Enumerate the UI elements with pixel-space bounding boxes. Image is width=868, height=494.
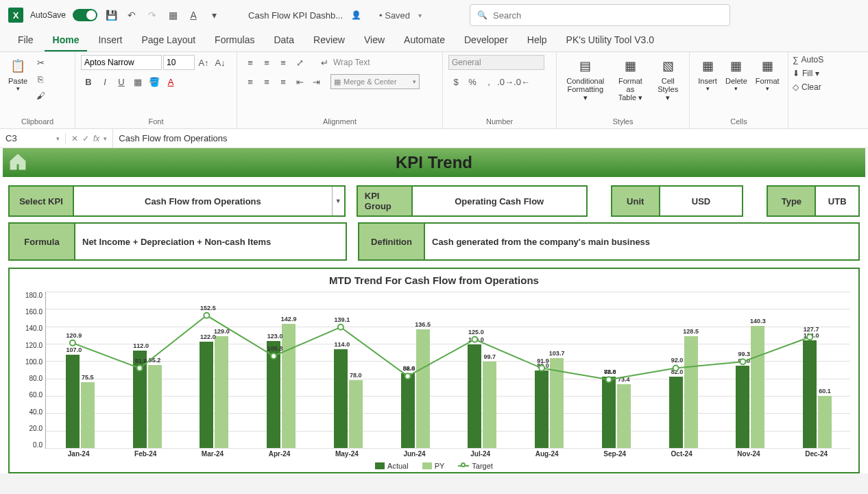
page-title: KPI Trend xyxy=(396,153,472,172)
paste-button[interactable]: 📋 Paste ▾ xyxy=(5,55,30,93)
cut-icon[interactable]: ✂ xyxy=(33,55,48,70)
svg-point-4 xyxy=(338,325,343,330)
search-icon: 🔍 xyxy=(477,10,487,20)
undo-icon[interactable]: ↶ xyxy=(125,8,138,22)
align-top-icon[interactable]: ≡ xyxy=(243,55,258,70)
bold-button[interactable]: B xyxy=(81,74,96,89)
align-left-icon[interactable]: ≡ xyxy=(243,74,258,89)
formula-input[interactable]: Cash Flow from Operations xyxy=(113,133,868,143)
borders-icon[interactable]: ▦ xyxy=(130,74,145,89)
wrap-text-button[interactable]: Wrap Text xyxy=(333,58,370,67)
merge-icon: ▦ xyxy=(334,78,341,86)
number-format-select[interactable] xyxy=(448,55,544,70)
tab-insert[interactable]: Insert xyxy=(90,30,130,51)
legend-py: PY xyxy=(422,462,445,470)
decrease-indent-icon[interactable]: ⇤ xyxy=(292,74,307,89)
clear-button[interactable]: ◇Clear xyxy=(793,82,823,92)
group-font-label: Font xyxy=(81,116,231,127)
saved-caret-icon[interactable]: ▾ xyxy=(418,12,422,19)
align-right-icon[interactable]: ≡ xyxy=(276,74,291,89)
save-icon[interactable]: 💾 xyxy=(104,8,118,22)
svg-point-5 xyxy=(405,373,411,379)
merge-center-button[interactable]: ▦ Merge & Center ▾ xyxy=(330,74,420,89)
formula-bar: C3▾ ✕ ✓ fx ▾ Cash Flow from Operations xyxy=(0,129,868,148)
paste-icon: 📋 xyxy=(8,56,27,75)
group-number-label: Number xyxy=(448,116,551,127)
autosum-button[interactable]: ∑AutoS xyxy=(793,55,823,64)
share-icon[interactable]: 👤 xyxy=(350,9,362,21)
home-icon[interactable] xyxy=(7,151,29,173)
tab-automate[interactable]: Automate xyxy=(396,30,453,51)
type-value: UTB xyxy=(816,187,858,215)
select-kpi-value: Cash Flow from Operations xyxy=(74,187,332,215)
format-cells-button[interactable]: ▦Format▾ xyxy=(753,55,782,93)
name-box[interactable]: C3▾ xyxy=(0,133,66,143)
legend-target: Target xyxy=(458,462,493,470)
format-icon: ▦ xyxy=(758,56,777,75)
underline-button[interactable]: U xyxy=(114,74,129,89)
select-kpi-box: Select KPI Cash Flow from Operations ▼ xyxy=(8,185,346,217)
increase-indent-icon[interactable]: ⇥ xyxy=(309,74,324,89)
tab-home[interactable]: Home xyxy=(45,30,88,51)
cell-styles-button[interactable]: ▧ CellStyles ▾ xyxy=(652,55,684,103)
fill-button[interactable]: ⬇Fill ▾ xyxy=(793,69,823,78)
search-box[interactable]: 🔍 xyxy=(470,4,730,26)
tab-formulas[interactable]: Formulas xyxy=(206,30,263,51)
align-bottom-icon[interactable]: ≡ xyxy=(276,55,291,70)
font-color-qat-icon[interactable]: A xyxy=(186,8,200,22)
delete-cells-button[interactable]: ▦Delete▾ xyxy=(723,55,750,93)
format-painter-icon[interactable]: 🖌 xyxy=(33,88,48,103)
tab-developer[interactable]: Developer xyxy=(456,30,516,51)
tab-data[interactable]: Data xyxy=(265,30,302,51)
plot-area: 107.075.5120.9112.095.291.9122.0129.0152… xyxy=(45,292,850,449)
qat-more-icon[interactable]: ▾ xyxy=(207,8,221,22)
format-as-table-button[interactable]: ▦ Format asTable ▾ xyxy=(612,55,650,103)
orientation-icon[interactable]: ⤢ xyxy=(292,55,307,70)
align-middle-icon[interactable]: ≡ xyxy=(259,55,274,70)
tab-page-layout[interactable]: Page Layout xyxy=(133,30,204,51)
font-color-icon[interactable]: A xyxy=(163,74,178,89)
grid-icon[interactable]: ▦ xyxy=(166,8,180,22)
tab-utility[interactable]: PK's Utility Tool V3.0 xyxy=(558,30,662,51)
increase-font-icon[interactable]: A↑ xyxy=(196,55,211,70)
tab-help[interactable]: Help xyxy=(519,30,555,51)
kpi-banner: KPI Trend xyxy=(3,148,865,177)
italic-button[interactable]: I xyxy=(97,74,112,89)
currency-icon[interactable]: $ xyxy=(448,74,463,89)
accept-formula-icon[interactable]: ✓ xyxy=(82,134,89,143)
tab-file[interactable]: File xyxy=(10,30,42,51)
search-input[interactable] xyxy=(493,10,723,21)
cancel-formula-icon[interactable]: ✕ xyxy=(71,134,78,143)
eraser-icon: ◇ xyxy=(793,82,799,92)
kpi-group-label: KPI Group xyxy=(358,187,413,215)
decrease-font-icon[interactable]: A↓ xyxy=(213,55,228,70)
tab-view[interactable]: View xyxy=(356,30,393,51)
insert-cells-button[interactable]: ▦Insert▾ xyxy=(695,55,720,93)
y-axis: 180.0160.0140.0120.0100.080.060.040.020.… xyxy=(15,292,43,449)
copy-icon[interactable]: ⎘ xyxy=(33,71,48,86)
title-bar: X AutoSave 💾 ↶ ↷ ▦ A ▾ Cash Flow KPI Das… xyxy=(0,0,868,30)
font-name-select[interactable] xyxy=(81,55,162,70)
group-alignment-label: Alignment xyxy=(243,116,437,127)
decrease-decimal-icon[interactable]: .0← xyxy=(514,74,529,89)
redo-icon[interactable]: ↷ xyxy=(145,8,159,22)
tab-review[interactable]: Review xyxy=(305,30,353,51)
comma-icon[interactable]: , xyxy=(481,74,496,89)
svg-point-8 xyxy=(606,377,612,382)
chart-title: MTD Trend For Cash Flow from Operations xyxy=(10,269,858,289)
autosave-toggle[interactable] xyxy=(73,9,97,21)
fx-icon[interactable]: fx xyxy=(93,134,99,143)
align-center-icon[interactable]: ≡ xyxy=(259,74,274,89)
svg-point-9 xyxy=(673,365,679,370)
increase-decimal-icon[interactable]: .0→ xyxy=(498,74,513,89)
svg-point-10 xyxy=(740,359,745,364)
select-kpi-dropdown[interactable]: ▼ xyxy=(332,187,344,215)
font-size-select[interactable] xyxy=(163,55,195,70)
group-styles-label: Styles xyxy=(562,116,684,127)
percent-icon[interactable]: % xyxy=(465,74,480,89)
fill-color-icon[interactable]: 🪣 xyxy=(147,74,162,89)
saved-status[interactable]: • Saved xyxy=(379,10,410,21)
unit-value: USD xyxy=(660,187,743,215)
excel-icon: X xyxy=(8,8,23,23)
conditional-formatting-button[interactable]: ▤ ConditionalFormatting ▾ xyxy=(562,55,609,103)
